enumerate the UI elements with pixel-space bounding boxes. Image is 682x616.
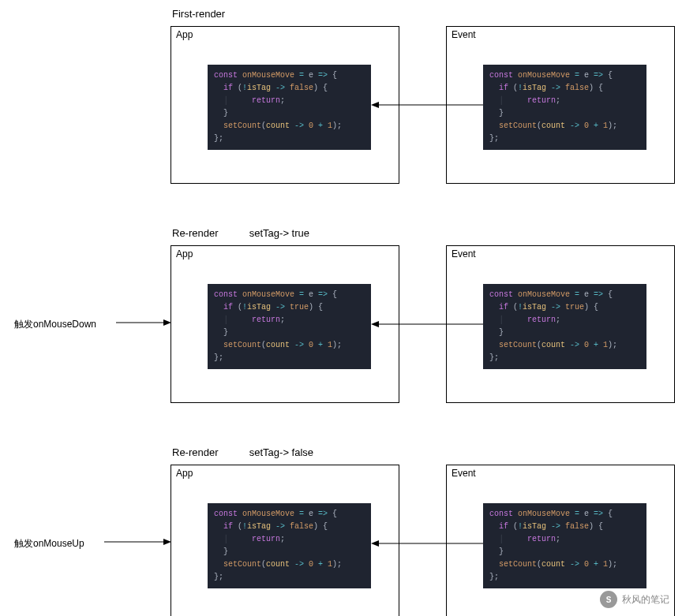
row-heading: Re-render setTag-> true	[172, 227, 309, 239]
app-code-block: const onMouseMove = e => { if (!isTag ->…	[208, 503, 371, 588]
event-code-block: const onMouseMove = e => { if (!isTag ->…	[483, 65, 646, 150]
app-code-block: const onMouseMove = e => { if (!isTag ->…	[208, 65, 371, 150]
heading-sub: setTag-> false	[249, 446, 313, 458]
arrow-event-to-app	[371, 101, 483, 109]
watermark-text: 秋风的笔记	[622, 593, 669, 607]
event-code-block: const onMouseMove = e => { if (!isTag ->…	[483, 284, 646, 369]
app-label: App	[176, 468, 193, 479]
svg-marker-1	[371, 102, 379, 108]
side-label: 触发onMouseUp	[14, 537, 84, 551]
svg-marker-5	[371, 321, 379, 327]
app-label: App	[176, 248, 193, 259]
arrow-side-to-app	[116, 319, 171, 327]
app-box: App const onMouseMove = e => { if (!isTa…	[170, 245, 399, 403]
event-label: Event	[452, 29, 476, 40]
app-box: App const onMouseMove = e => { if (!isTa…	[170, 465, 399, 616]
arrow-event-to-app	[371, 320, 483, 328]
watermark: S 秋风的笔记	[600, 591, 669, 608]
svg-marker-9	[371, 540, 379, 547]
event-label: Event	[452, 248, 476, 259]
arrow-event-to-app	[371, 539, 483, 547]
watermark-icon: S	[600, 591, 617, 608]
app-label: App	[176, 29, 193, 40]
heading-main: Re-render	[172, 446, 219, 458]
event-label: Event	[452, 468, 476, 479]
row-heading: Re-render setTag-> false	[172, 446, 313, 458]
event-code-block: const onMouseMove = e => { if (!isTag ->…	[483, 503, 646, 588]
row-heading: First-render	[172, 8, 225, 20]
heading-main: First-render	[172, 8, 225, 20]
app-code-block: const onMouseMove = e => { if (!isTag ->…	[208, 284, 371, 369]
app-box: App const onMouseMove = e => { if (!isTa…	[170, 26, 399, 184]
heading-main: Re-render	[172, 227, 219, 239]
heading-sub: setTag-> true	[249, 227, 309, 239]
arrow-side-to-app	[104, 538, 171, 546]
side-label: 触发onMouseDown	[14, 318, 96, 331]
